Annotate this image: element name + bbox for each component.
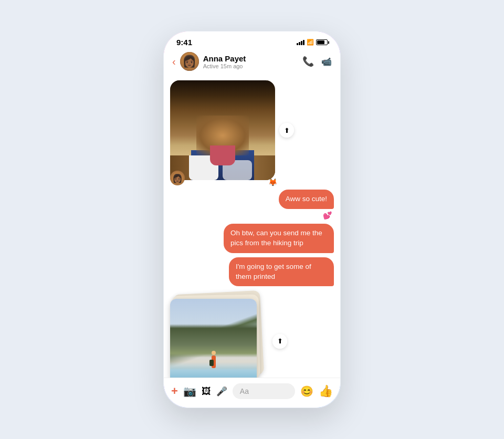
sent-message-printed-text: I'm going to get some of them printed [236,263,311,280]
contact-status: Active 15m ago [203,63,302,69]
input-bar: + 📷 🖼 🎤 Aa 😊 👍 [164,378,340,407]
chat-header: ‹ Anna Payet Active 15m ago 📞 📹 [164,49,340,76]
fox-reaction-emoji: 🦊 [268,178,277,186]
hiking-image-container: ⬆ [170,292,267,378]
chat-body: ⬆ 🦊 👩🏾 Aww so cute! 💕 Oh btw, can you se… [164,76,340,378]
thumbs-up-button[interactable]: 👍 [319,384,333,398]
photo-stack [170,292,267,378]
battery-icon [316,39,328,45]
heart-reaction-emoji: 💕 [323,211,332,220]
header-actions: 📞 📹 [302,56,332,67]
status-time: 9:41 [176,38,192,47]
sent-message-btw-text: Oh btw, can you send me the pics from th… [230,229,322,247]
share-button-2[interactable]: ⬆ [272,334,287,349]
received-image-container: ⬆ 🦊 [170,80,275,180]
emoji-button[interactable]: 😊 [300,385,313,398]
status-bar: 9:41 📶 [164,32,340,49]
video-camera-icon[interactable]: 📹 [321,57,332,67]
dog-photo-image [170,80,275,180]
received-avatar: 👩🏾 [170,171,185,185]
hiker-body-group [212,356,216,368]
received-avatar-face: 👩🏾 [170,171,185,185]
message-input[interactable]: Aa [233,383,295,399]
hiker-backpack [209,360,214,366]
contact-info: Anna Payet Active 15m ago [203,54,302,69]
phone-frame: 9:41 📶 ‹ Anna Payet [163,30,341,409]
share-button[interactable]: ⬆ [279,123,294,138]
wifi-icon: 📶 [307,39,314,46]
sent-message-cute-text: Aww so cute! [286,195,327,203]
contact-name: Anna Payet [203,54,302,63]
received-image-message: ⬆ 🦊 [170,80,275,180]
back-button[interactable]: ‹ [172,56,176,68]
signal-icon [297,40,304,45]
phone-inner: 9:41 📶 ‹ Anna Payet [164,32,340,407]
image-button[interactable]: 🖼 [202,386,211,397]
avatar [180,52,199,71]
dog-tongue [210,145,235,165]
hiker-figure [212,351,216,368]
received-hiking-image-row: ⬆ [170,292,267,378]
dog-photo-bg [170,80,275,180]
phone-icon[interactable]: 📞 [302,56,314,67]
sent-message-btw: Oh btw, can you send me the pics from th… [224,224,334,253]
hiking-scene-bg [170,299,257,378]
status-icons: 📶 [297,39,328,46]
contact-avatar-image [180,52,199,71]
sent-message-printed: I'm going to get some of them printed [229,257,334,287]
sent-message-cute: Aww so cute! [279,190,334,209]
add-button[interactable]: + [171,384,178,398]
hiker-head [212,351,216,355]
hiking-photo-front [170,299,257,378]
message-input-placeholder: Aa [240,387,249,395]
mic-button[interactable]: 🎤 [216,386,227,397]
camera-button[interactable]: 📷 [183,385,196,398]
